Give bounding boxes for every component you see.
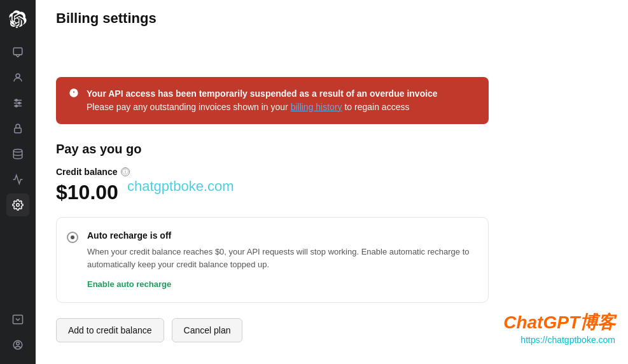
credit-label: Credit balance [56,167,117,177]
alert-billing-link[interactable]: billing history [291,102,342,112]
sidebar-icon-sliders[interactable] [6,92,29,115]
svg-point-7 [15,105,17,107]
svg-rect-8 [15,128,22,133]
svg-point-5 [15,99,17,101]
header-area: Billing settings Overview Payment method… [36,0,628,59]
bottom-buttons: Add to credit balance Cancel plan [56,318,608,342]
alert-end-text: to regain access [342,102,410,112]
sidebar-icon-settings[interactable] [6,193,29,216]
recharge-content: Auto recharge is off When your credit ba… [87,230,475,290]
svg-point-10 [17,204,20,207]
recharge-description: When your credit balance reaches $0, you… [87,246,475,270]
svg-point-6 [18,102,20,104]
svg-rect-0 [13,48,22,55]
sidebar-icon-terminal[interactable] [6,308,29,331]
alert-normal-text: Please pay any outstanding invoices show… [87,102,291,112]
recharge-radio[interactable] [67,232,78,243]
sidebar [0,0,36,364]
alert-icon [69,88,79,101]
svg-rect-11 [13,315,23,324]
sidebar-icon-chart[interactable] [6,168,29,191]
main-content: Billing settings Overview Payment method… [36,0,628,364]
alert-text: Your API access has been temporarily sus… [87,87,438,114]
section-title: Pay as you go [56,142,608,157]
svg-point-1 [16,74,20,78]
svg-point-13 [17,342,20,346]
svg-point-9 [13,150,22,153]
credit-label-row: Credit balance ⓘ [56,167,608,177]
page-title: Billing settings [56,10,608,27]
info-icon[interactable]: ⓘ [121,167,130,176]
alert-box: Your API access has been temporarily sus… [56,77,489,124]
sidebar-icon-profile[interactable] [6,333,29,356]
recharge-box: Auto recharge is off When your credit ba… [56,217,489,303]
content-area: Your API access has been temporarily sus… [36,59,628,364]
pay-as-you-go-section: Pay as you go Credit balance ⓘ $10.00 [56,142,608,204]
credit-amount: $10.00 [56,181,608,204]
sidebar-icon-database[interactable] [6,143,29,165]
recharge-title: Auto recharge is off [87,230,475,241]
sidebar-icon-user[interactable] [6,66,29,89]
alert-bold-text: Your API access has been temporarily sus… [87,88,438,99]
add-credit-button[interactable]: Add to credit balance [56,318,164,342]
enable-auto-recharge-link[interactable]: Enable auto recharge [87,279,171,289]
app-logo [6,8,29,31]
recharge-radio-inner [71,235,74,239]
sidebar-icon-lock[interactable] [6,117,29,140]
sidebar-icon-chat[interactable] [6,41,29,64]
cancel-plan-button[interactable]: Cancel plan [172,318,243,342]
